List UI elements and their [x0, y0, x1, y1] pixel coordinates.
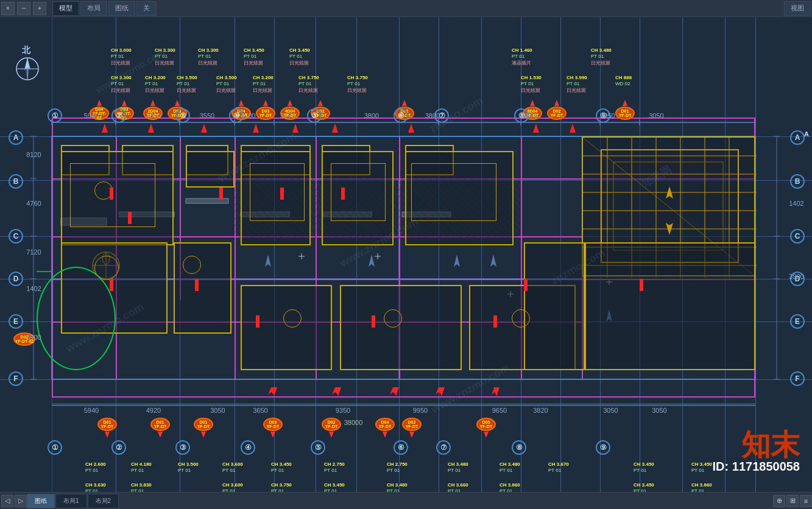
dim-top-5: 3500: [271, 112, 305, 119]
dim-top-6: 3800: [353, 112, 390, 119]
ch-bot-1: CH 2.600PT 01: [85, 462, 106, 474]
red-marker-7: [195, 279, 199, 291]
red-marker-4: [280, 188, 284, 200]
close-button[interactable]: ×: [1, 2, 15, 15]
red-arrow-7: [408, 124, 414, 133]
ch-bot-6: CH 2.750PT 01: [324, 462, 345, 474]
red-arrow-1: [102, 124, 108, 133]
tab-close[interactable]: 关: [136, 1, 157, 16]
door-bot-D03: D03YF-DT: [263, 418, 283, 438]
logo-id: ID: 1171850058: [713, 460, 800, 474]
tab-bottom-layout1[interactable]: 布局1: [55, 494, 87, 508]
axis-right-F: F: [790, 371, 805, 386]
axis-left-D: D: [9, 272, 23, 286]
prev-tab-button[interactable]: ◁: [1, 495, 13, 507]
ch-bot-3: CH 3.500PT 01: [178, 462, 199, 474]
target-3: [183, 256, 201, 274]
axis-bot-7: ⑦: [436, 440, 451, 455]
dim-top-1: 5940: [67, 112, 116, 119]
axis-bot-1: ①: [48, 440, 62, 455]
dim-bot-10: 3050: [643, 407, 676, 414]
dim-side-3: 7120: [20, 248, 48, 256]
dim-bot-5: 9350: [325, 407, 361, 414]
minimize-button[interactable]: ─: [17, 2, 30, 15]
room-large-2: [186, 151, 235, 188]
ch-label-13: CH 3.750 PT 01 日光炫斑: [298, 75, 319, 94]
target-5: [384, 309, 402, 328]
dim-side-4: 1402: [20, 285, 48, 292]
dim-bot-6: 9950: [402, 407, 439, 414]
zoom-icon[interactable]: ⊕: [773, 495, 785, 507]
cad-drawing: www.znzmo.com www.znzmo.com www.znzmo.co…: [0, 17, 812, 492]
tab-view[interactable]: 视图: [784, 1, 811, 16]
axis-bot-3: ③: [175, 440, 190, 455]
red-marker-8: [256, 315, 259, 328]
inner-4: [411, 163, 496, 221]
ch-bot-2: CH 4.180PT 01: [131, 462, 152, 474]
door-bot-D01-1: D01YF-DT: [97, 418, 117, 438]
red-arrow-bot-1: [271, 387, 277, 396]
ch-label-9: CH 3.200 PT 01 日光炫斑: [145, 75, 166, 94]
axis-top-5: ⑤: [307, 108, 322, 123]
bottom-toolbar: ◁ ▷ 图纸 布局1 布局2 ⊕ ⊞ ≡: [0, 492, 812, 509]
menu-icon[interactable]: ≡: [800, 495, 812, 507]
new-tab-button[interactable]: +: [33, 2, 46, 15]
axis-top-1: ①: [48, 108, 62, 123]
dim-side-2: 4760: [20, 200, 48, 207]
ch-bot2-3: CH 3.600PT 01: [222, 482, 243, 492]
axis-right-E: E: [790, 314, 805, 329]
door-bot-D01-3: D01YF-DT: [194, 418, 213, 438]
tab-layout[interactable]: 布局: [80, 1, 107, 16]
ch-label-17: CH 888 WD 02: [615, 75, 632, 88]
axis-bot-8: ⑧: [512, 440, 526, 455]
logo-text: 知末: [713, 430, 800, 460]
corner-A-right: A: [804, 130, 809, 138]
dim-side-right-1: 1402: [783, 200, 810, 207]
ch-bot2-2: CH 3.830PT 01: [131, 482, 152, 492]
ch-label-4: CH 3.450 PT 01 日光炫斑: [244, 47, 264, 66]
svg-text:北: 北: [21, 45, 31, 55]
ch-bot-9: CH 3.480PT 01: [500, 462, 520, 474]
axis-bot-4: ④: [241, 440, 255, 455]
dim-total-width: 38000: [292, 419, 414, 426]
ch-label-6: CH 1.460 PT 01 液晶插片: [512, 47, 532, 66]
entrance-oval: [37, 267, 116, 370]
dim-bot-7: 9650: [481, 407, 518, 414]
ch-label-1: CH 3.000 PT 01 日光炫斑: [111, 47, 132, 66]
ch-bot-4: CH 3.600PT 01: [222, 462, 243, 474]
axis-left-B: B: [9, 174, 23, 189]
tab-drawing[interactable]: 图纸: [108, 1, 135, 16]
ch-label-5: CH 3.450 PT 01 日光炫斑: [289, 47, 310, 66]
dim-top-3: 3550: [189, 112, 225, 119]
red-marker-9: [372, 315, 375, 328]
grid-icon[interactable]: ⊞: [786, 495, 799, 507]
ch-label-3: CH 3.300 PT 01 日光炫斑: [198, 47, 219, 66]
red-marker-11: [524, 279, 528, 291]
ch-bot-11: CH 3.450PT 01: [634, 462, 654, 474]
ch-bot-12: CH 3.450PT 01: [691, 462, 712, 474]
tab-bottom-drawing[interactable]: 图纸: [27, 494, 55, 508]
red-marker-12: [640, 279, 643, 291]
door-bot-D01-2: D01YF-DT: [150, 418, 170, 438]
ch-bot2-10: CH 3.860PT 01: [691, 482, 712, 492]
ch-label-2: CH 3.300 PT 01 日光炫斑: [155, 47, 175, 66]
dim-top-9: 3050: [591, 112, 624, 119]
axis-top-6: ⑥: [394, 108, 408, 123]
axis-left-C: C: [9, 229, 23, 244]
room-lower-7: [585, 242, 755, 370]
red-arrow-bot-4: [439, 387, 445, 396]
axis-left-A: A: [9, 130, 23, 145]
red-arrow-9: [570, 124, 576, 133]
axis-bot-5: ⑤: [311, 440, 325, 455]
ch-bot-7: CH 2.750PT 01: [387, 462, 408, 474]
red-marker-10: [493, 315, 497, 328]
ch-label-15: CH 1.530 PT 01 日光炫斑: [521, 75, 542, 94]
ch-bot2-7: CH 3.660PT 01: [448, 482, 468, 492]
red-arrow-6: [332, 124, 338, 133]
next-tab-button[interactable]: ▷: [15, 495, 27, 507]
red-arrow-5: [292, 124, 298, 133]
tab-bottom-layout2[interactable]: 布局2: [88, 494, 119, 508]
tab-model[interactable]: 模型: [52, 1, 79, 16]
target-2: [94, 256, 119, 280]
red-arrow-2: [148, 124, 154, 133]
